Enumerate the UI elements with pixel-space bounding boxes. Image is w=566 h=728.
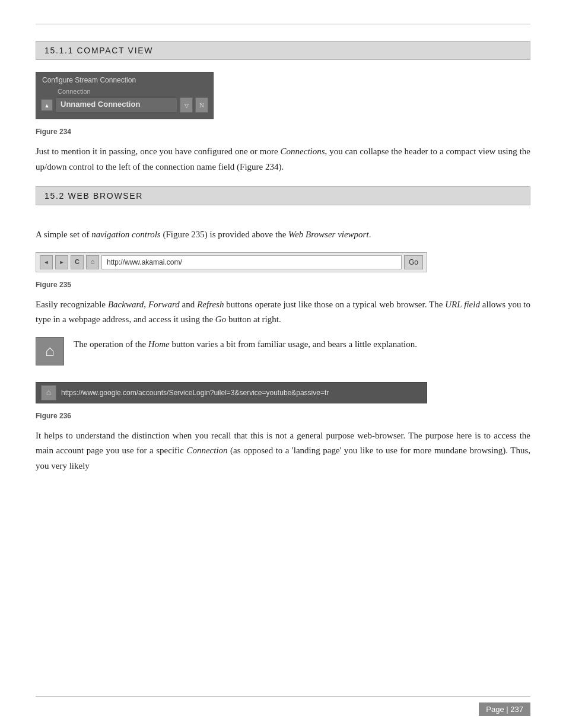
forward-arrow-icon: [59, 257, 65, 266]
para-2-italic1: navigation controls: [91, 230, 161, 239]
go-button[interactable]: Go: [404, 255, 423, 269]
page-number: Page | 237: [479, 702, 530, 716]
forward-button[interactable]: [55, 255, 68, 269]
url-field-236[interactable]: https://www.google.com/accounts/ServiceL…: [61, 389, 422, 397]
para-3-italic2: Forward: [148, 300, 180, 309]
dropdown-icon: [185, 102, 189, 109]
connection-row: Unnamed Connection N: [41, 97, 208, 113]
back-arrow-icon: [44, 257, 49, 266]
back-button[interactable]: [40, 255, 53, 269]
page-container: 15.1.1 COMPACT VIEW Configure Stream Con…: [0, 0, 566, 728]
extra-button[interactable]: N: [195, 97, 208, 113]
home-icon-large: [45, 342, 55, 360]
home-icon: [90, 257, 94, 266]
para-2-italic2: Web Browser viewport: [288, 230, 369, 239]
para-1: Just to mention it in passing, once you …: [36, 144, 530, 174]
figure-235-caption: Figure 235: [36, 281, 530, 289]
stream-widget: Configure Stream Connection Connection U…: [36, 72, 214, 119]
home-icon-236[interactable]: [41, 385, 56, 400]
para-3-italic3: Refresh: [197, 300, 224, 309]
page-number-row: Page | 237: [36, 702, 530, 716]
top-divider: [36, 24, 530, 24]
para-3-italic1: Backward: [108, 300, 144, 309]
para-4-italic: Connection: [186, 446, 227, 455]
browser-bar-236: https://www.google.com/accounts/ServiceL…: [36, 382, 427, 403]
extra-icon: N: [199, 101, 204, 109]
figure-236-caption: Figure 236: [36, 412, 530, 420]
home-icon-236-sym: [46, 388, 51, 398]
para-2: A simple set of navigation controls (Fig…: [36, 227, 530, 243]
home-icon-box: [36, 337, 64, 365]
dropdown-button[interactable]: [180, 97, 193, 113]
stream-widget-title: Configure Stream Connection: [41, 76, 208, 84]
para-3-italic5: Go: [215, 314, 226, 324]
refresh-icon: [75, 257, 80, 266]
home-button[interactable]: [86, 255, 99, 269]
refresh-button[interactable]: [71, 255, 84, 269]
section-152-title: 15.2 WEB BROWSER: [44, 191, 143, 201]
bottom-bar: Page | 237: [0, 696, 566, 716]
note-box: The operation of the Home button varies …: [36, 337, 530, 365]
connection-name-field[interactable]: Unnamed Connection: [55, 97, 177, 113]
note-italic: Home: [148, 339, 170, 349]
connection-label: Connection: [41, 88, 208, 95]
browser-bar-235: http://www.akamai.com/ Go: [36, 252, 427, 272]
chevron-up-button[interactable]: [41, 99, 53, 111]
bottom-divider: [36, 696, 530, 697]
section-151-header: 15.1.1 COMPACT VIEW: [36, 41, 530, 60]
para-3-italic4: URL field: [445, 300, 480, 309]
chevron-up-icon: [44, 102, 50, 109]
section-151-title: 15.1.1 COMPACT VIEW: [44, 46, 153, 55]
para-3: Easily recognizable Backward, Forward an…: [36, 297, 530, 328]
para-4: It helps to understand the distinction w…: [36, 428, 530, 474]
figure-234-caption: Figure 234: [36, 128, 530, 136]
para-1-italic: Connections: [281, 147, 325, 156]
note-text: The operation of the Home button varies …: [74, 337, 530, 352]
section-152-header: 15.2 WEB BROWSER: [36, 186, 530, 205]
url-field[interactable]: http://www.akamai.com/: [101, 255, 402, 269]
